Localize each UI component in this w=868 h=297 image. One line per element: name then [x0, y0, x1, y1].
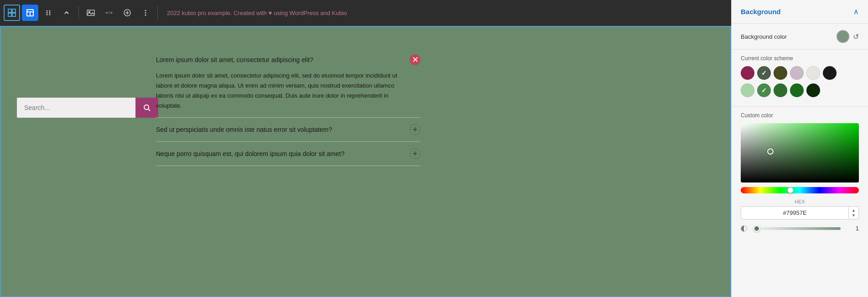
background-color-reset-button[interactable]: ↺: [853, 32, 859, 41]
color-swatch-2[interactable]: ✓: [757, 66, 771, 80]
svg-rect-16: [107, 11, 111, 14]
footer-text: 2022 kubio pro example. Created with ♥ u…: [167, 10, 728, 16]
background-color-swatch[interactable]: [837, 30, 849, 43]
check-8: ✓: [761, 87, 767, 94]
color-swatch-9[interactable]: [774, 83, 787, 97]
svg-point-7: [47, 10, 48, 12]
faq-question-text-2: Sed ut perspiciatis unde omnis iste natu…: [156, 126, 332, 133]
svg-point-20: [145, 10, 146, 11]
search-container: [17, 98, 158, 118]
faq-item-1: Lorem ipsum dolor sit amet, consectetur …: [156, 54, 421, 118]
hex-spin-buttons: ▲ ▼: [848, 207, 858, 219]
svg-rect-13: [87, 10, 94, 16]
grid-view-button[interactable]: [4, 5, 20, 21]
svg-point-9: [47, 12, 48, 14]
opacity-thumb: [754, 225, 760, 232]
hex-decrement-button[interactable]: ▼: [852, 213, 856, 218]
color-scheme-section: Current color scheme ✓ ✓: [732, 50, 868, 107]
hex-label: HEX: [741, 199, 859, 204]
more-options-button[interactable]: [137, 5, 154, 21]
svg-point-22: [145, 15, 146, 16]
color-swatch-11[interactable]: [806, 83, 820, 97]
toolbar: 2022 kubio pro example. Created with ♥ u…: [0, 0, 731, 26]
color-swatch-8[interactable]: ✓: [757, 83, 771, 97]
footer-static-text: 2022 kubio pro example. Created with ♥ u…: [167, 10, 332, 16]
faq-answer-text-1: Lorem ipsum dolor sit amet, consectetur …: [156, 72, 397, 109]
faq-question-1[interactable]: Lorem ipsum dolor sit amet, consectetur …: [156, 54, 421, 65]
image-button[interactable]: [83, 5, 99, 21]
svg-rect-2: [8, 13, 11, 16]
opacity-value: 1: [845, 225, 859, 232]
faq-answer-1: Lorem ipsum dolor sit amet, consectetur …: [156, 71, 421, 111]
hue-thumb: [787, 187, 794, 193]
search-button[interactable]: [135, 98, 158, 118]
divider-button[interactable]: [101, 5, 117, 21]
hex-input-row: ▲ ▼: [741, 206, 859, 219]
color-swatches-row-2: ✓: [741, 83, 859, 97]
faq-question-2[interactable]: Sed ut perspiciatis unde omnis iste natu…: [156, 124, 421, 135]
separator-1: [78, 6, 79, 19]
picker-cursor: [767, 148, 774, 155]
faq-close-icon-1[interactable]: ✕: [410, 54, 421, 65]
add-section-button[interactable]: [119, 5, 135, 21]
faq-expand-icon-2[interactable]: +: [410, 124, 421, 135]
color-swatch-3[interactable]: [774, 66, 787, 80]
hue-slider[interactable]: [741, 187, 859, 193]
background-title: Background: [741, 8, 781, 16]
footer-link[interactable]: Kubio: [332, 10, 347, 16]
canvas-area: Lorem ipsum dolor sit amet, consectetur …: [0, 26, 731, 297]
color-swatch-5[interactable]: [806, 66, 820, 80]
hex-section: HEX ▲ ▼: [741, 199, 859, 219]
svg-point-23: [144, 105, 149, 109]
background-collapse-button[interactable]: ∧: [853, 7, 859, 16]
opacity-icon: [741, 225, 747, 232]
svg-point-10: [49, 12, 51, 14]
color-scheme-title: Current color scheme: [741, 55, 859, 62]
chevron-up-button[interactable]: [58, 5, 75, 21]
hex-increment-button[interactable]: ▲: [852, 208, 856, 213]
custom-color-section: Custom color HEX ▲ ▼: [732, 107, 868, 237]
custom-color-title: Custom color: [741, 112, 859, 119]
layout-button[interactable]: [22, 5, 38, 21]
faq-expand-icon-3[interactable]: +: [410, 148, 421, 159]
color-swatch-7[interactable]: [741, 83, 754, 97]
svg-rect-1: [12, 9, 16, 12]
gradient-dark: [741, 123, 859, 182]
background-color-row: Background color ↺: [732, 24, 868, 50]
opacity-slider[interactable]: [752, 227, 841, 230]
svg-point-21: [145, 12, 146, 14]
color-swatch-4[interactable]: [790, 66, 804, 80]
svg-point-12: [49, 14, 51, 16]
svg-point-8: [49, 10, 51, 12]
color-swatch-10[interactable]: [790, 83, 804, 97]
check-2: ✓: [761, 69, 767, 77]
color-swatch-6[interactable]: [823, 66, 837, 80]
search-input[interactable]: [17, 98, 135, 118]
editor-area: 2022 kubio pro example. Created with ♥ u…: [0, 0, 731, 297]
svg-rect-0: [8, 9, 11, 12]
faq-item-3: Neque porro quisquam est, qui dolorem ip…: [156, 142, 421, 166]
background-color-controls: ↺: [837, 30, 859, 43]
faq-item-2: Sed ut perspiciatis unde omnis iste natu…: [156, 118, 421, 142]
faq-container: Lorem ipsum dolor sit amet, consectetur …: [156, 54, 421, 166]
drag-handle-button[interactable]: [40, 5, 57, 21]
background-section-header: Background ∧: [732, 0, 868, 24]
faq-question-3[interactable]: Neque porro quisquam est, qui dolorem ip…: [156, 148, 421, 159]
color-swatch-1[interactable]: [741, 66, 754, 80]
hex-input[interactable]: [741, 207, 848, 219]
separator-2: [157, 6, 158, 19]
faq-question-text-3: Neque porro quisquam est, qui dolorem ip…: [156, 150, 344, 157]
svg-point-11: [47, 14, 48, 16]
color-picker-canvas[interactable]: [741, 123, 859, 182]
background-color-label: Background color: [741, 33, 787, 40]
opacity-row: 1: [741, 225, 859, 232]
color-swatches-row-1: ✓: [741, 66, 859, 80]
svg-line-24: [148, 109, 150, 111]
right-panel: Background ∧ Background color ↺ Current …: [731, 0, 868, 297]
svg-rect-3: [12, 13, 16, 16]
faq-question-text-1: Lorem ipsum dolor sit amet, consectetur …: [156, 56, 313, 63]
